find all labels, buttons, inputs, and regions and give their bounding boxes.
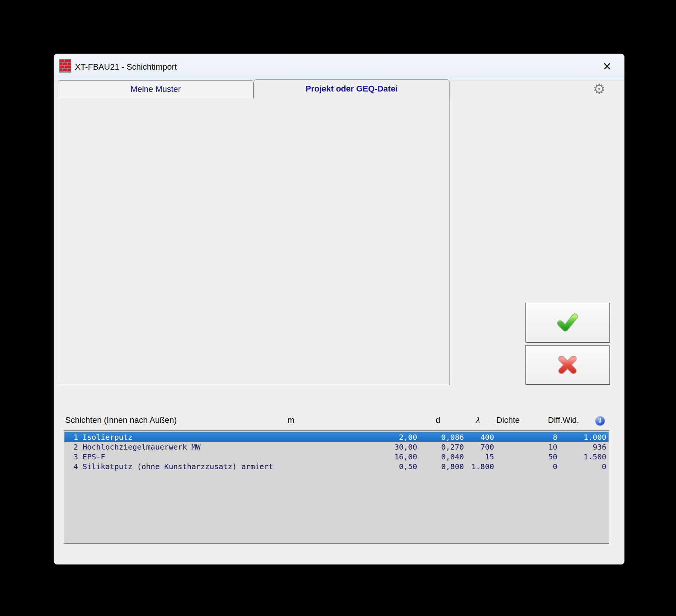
layers-section-title: Schichten (Innen nach Außen)	[65, 415, 177, 426]
layers-col-dichte: Dichte	[496, 415, 520, 426]
close-button[interactable]: ×	[598, 58, 616, 76]
layer-row[interactable]: 4 Silikatputz (ohne Kunstharzzusatz) arm…	[64, 462, 609, 471]
cross-icon	[556, 354, 579, 376]
window-title: XT-FBAU21 - Schichtimport	[75, 54, 177, 80]
layer-row-selected[interactable]: 1 Isolierputz 2,00 0,086 400 8 1.000	[64, 432, 609, 442]
info-icon[interactable]: i	[595, 416, 605, 425]
layers-col-diffwid: Diff.Wid.	[548, 415, 579, 426]
layers-col-d: d	[436, 415, 440, 426]
tab-content-panel	[58, 98, 450, 385]
titlebar: XT-FBAU21 - Schichtimport ×	[54, 54, 624, 81]
dialog-window: XT-FBAU21 - Schichtimport × ⚙ Meine Must…	[54, 53, 625, 565]
cancel-button[interactable]	[525, 345, 610, 384]
tab-meine-muster[interactable]: Meine Muster	[58, 80, 254, 98]
layer-row[interactable]: 3 EPS-F 16,00 0,040 15 50 1.500	[64, 452, 609, 462]
tab-projekt-oder-geq-datei[interactable]: Projekt oder GEQ-Datei	[254, 79, 450, 99]
layer-row[interactable]: 2 Hochlochziegelmauerwerk MW 30,00 0,270…	[64, 442, 609, 452]
layers-table[interactable]: 1 Isolierputz 2,00 0,086 400 8 1.000 2 H…	[64, 430, 609, 544]
ok-button[interactable]	[525, 303, 610, 342]
layers-col-m: m	[288, 415, 294, 426]
layers-col-lambda: λ	[476, 415, 480, 426]
brick-app-icon	[59, 59, 71, 73]
settings-gear-icon[interactable]: ⚙	[591, 81, 607, 98]
screen-background: XT-FBAU21 - Schichtimport × ⚙ Meine Must…	[0, 0, 676, 616]
checkmark-icon	[556, 311, 579, 334]
